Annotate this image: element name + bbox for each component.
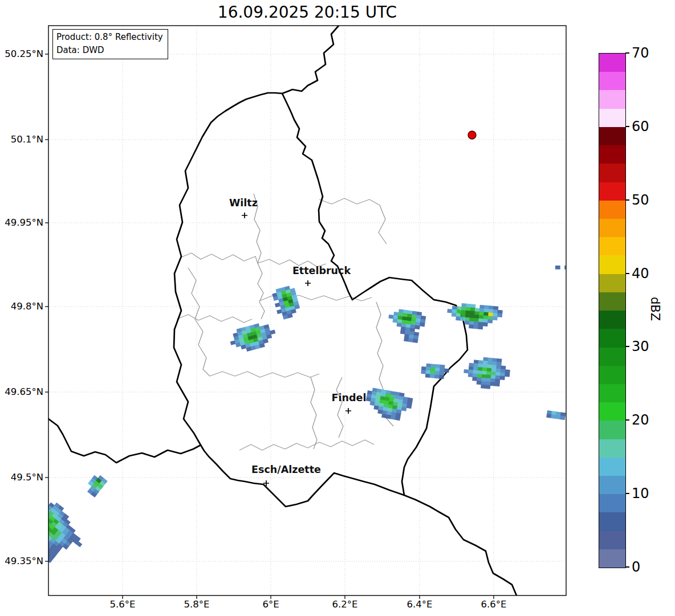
colorbar-tick-label: 0 [632,560,640,574]
country-border [282,26,339,93]
x-tick-label: 6.2°E [319,599,371,610]
colorbar-segment [599,421,625,439]
radar-cell [483,322,488,326]
colorbar-segment [599,384,625,402]
district-border [188,268,210,376]
radar-cell [40,543,46,549]
y-tick-label: 49.35°N [0,556,43,566]
colorbar-tick [625,126,629,127]
colorbar-segment [599,274,625,292]
colorbar-tick-label: 30 [632,340,649,353]
colorbar-segment [599,219,625,237]
radar-cell [434,374,440,378]
radar-cell [439,375,444,379]
city-label: Ettelbruck [292,265,351,276]
colorbar-segment [599,494,625,512]
radar-cell [495,382,500,386]
radar-echo-cluster [421,363,450,380]
radar-cell [32,516,39,522]
map-plot: WiltzEttelbruckFindelEsch/Alzette [0,0,675,616]
city-label: Findel [332,392,367,403]
radar-cell [460,317,465,321]
radar-cell [29,513,35,519]
radar-cell [560,415,566,420]
colorbar-tick [625,346,629,347]
radar-cell [36,540,42,546]
radar-cell [32,524,38,530]
colorbar-tick [625,493,629,494]
district-border [239,440,374,450]
radar-cell [42,540,48,546]
product-line: Product: 0.8° Reflectivity [56,31,163,44]
colorbar-segment [599,255,625,274]
radar-site-dot [468,131,476,139]
colorbar-segment [599,72,625,90]
colorbar-segment [599,182,625,201]
radar-cell [40,535,47,541]
radar-cell [425,374,430,378]
radar-echo-cluster [555,266,574,270]
radar-cell [447,309,452,313]
city-label: Wiltz [229,197,258,209]
axis-ticks [45,54,494,599]
colorbar-tick [625,566,629,568]
colorbar-segment [599,348,625,366]
district-border [319,198,387,244]
radar-cell [463,369,469,373]
radar-cell [33,529,39,536]
y-tick-label: 49.5°N [0,472,43,483]
x-tick-label: 5.6°E [97,599,148,610]
country-border [48,419,201,463]
radar-cell [469,324,474,328]
radar-cell [38,538,44,544]
colorbar-segment [599,512,625,531]
colorbar-segment [599,458,625,476]
product-info-box: Product: 0.8° Reflectivity Data: DWD [52,29,168,59]
radar-cell [35,527,42,533]
radar-cell [30,519,36,525]
radar-cell [414,325,420,329]
colorbar [599,53,626,568]
radar-cell [421,370,426,374]
x-tick-label: 6.4°E [394,599,445,610]
radar-cell [497,313,502,317]
radar-cell [456,316,461,320]
colorbar-segment [599,164,625,182]
radar-cell [36,519,42,525]
colorbar-tick-label: 60 [632,120,649,133]
country-border [404,495,517,595]
colorbar-tick [625,199,629,201]
radar-cell [487,319,493,323]
radar-cell [564,266,570,270]
colorbar-tick [625,273,629,274]
radar-echo-cluster [462,356,511,391]
radar-cell [569,266,574,270]
district-border [336,377,343,438]
city-label: Esch/Alzette [251,464,321,475]
radar-cell [38,516,44,522]
city-marker [305,280,311,286]
colorbar-segment [599,311,625,329]
radar-cell [35,505,41,511]
x-tick-label: 5.8°E [171,599,222,610]
radar-cell [473,325,478,329]
radar-cell [36,532,43,539]
radar-cell [477,381,482,385]
colorbar-segment [599,366,625,384]
district-borders [177,194,393,450]
map-content: WiltzEttelbruckFindelEsch/Alzette [8,26,574,595]
y-tick-label: 49.8°N [0,301,43,312]
y-tick-label: 50.1°N [0,134,43,145]
colorbar-tick [625,419,629,421]
radar-cell [413,338,418,343]
radar-echo-cluster [546,410,566,420]
colorbar-tick-label: 40 [632,267,649,280]
radar-cell [42,532,48,539]
y-tick-label: 50.25°N [0,48,43,59]
colorbar-unit-label: dBZ [648,297,662,321]
colorbar-tick-label: 70 [632,46,649,60]
radar-echo-cluster [385,308,426,344]
radar-cell [465,321,470,325]
radar-cell [29,505,35,511]
colorbar-segment [599,531,625,549]
